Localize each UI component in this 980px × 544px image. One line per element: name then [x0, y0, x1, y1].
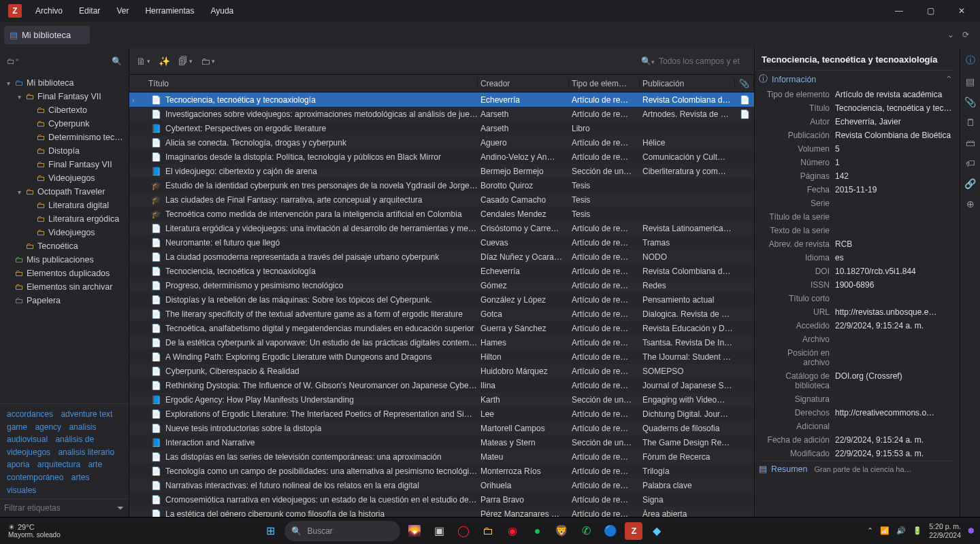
info-section-header[interactable]: ⓘ Información ⌃	[759, 70, 953, 88]
metadata-field[interactable]: Derechos http://creativecommons.o…	[759, 406, 953, 420]
metadata-field[interactable]: Páginas 142	[759, 169, 953, 183]
taskbar-app-brave[interactable]: 🦁	[551, 521, 572, 541]
tree-item[interactable]: 🗀 Cibertexto	[0, 103, 129, 117]
tray-volume-icon[interactable]: 🔊	[896, 526, 906, 535]
metadata-field[interactable]: Adicional	[759, 420, 953, 433]
table-row[interactable]: 📄 A Winding Path: Exploring Ergodic Lite…	[129, 350, 754, 364]
metadata-field[interactable]: Fecha 2015-11-19	[759, 183, 953, 197]
field-value[interactable]	[835, 294, 953, 303]
related-tab-icon[interactable]: 🔗	[964, 178, 976, 189]
menu-archivo[interactable]: Archivo	[27, 2, 71, 20]
taskbar-app-spotify[interactable]: ●	[527, 521, 547, 541]
table-row[interactable]: 📄 Tecnología como un campo de posibilida…	[129, 464, 754, 478]
start-button[interactable]: ⊞	[260, 521, 280, 541]
field-value[interactable]: http://revistas.unbosque.e…	[835, 307, 953, 317]
tree-item[interactable]: 🗀 Mis publicaciones	[0, 253, 129, 267]
metadata-field[interactable]: Idioma es	[759, 251, 953, 265]
field-value[interactable]: http://creativecommons.o…	[835, 408, 953, 418]
metadata-field[interactable]: Texto de la serie	[759, 224, 953, 237]
field-value[interactable]: 1	[835, 158, 953, 167]
metadata-field[interactable]: Número 1	[759, 156, 953, 169]
taskbar-app-1[interactable]: 🌄	[404, 521, 425, 541]
notes-tab-icon[interactable]: ▤	[966, 76, 975, 87]
field-value[interactable]: 5	[835, 144, 953, 154]
metadata-field[interactable]: Título Tecnociencia, tecnoética y tecnoa…	[759, 101, 953, 115]
metadata-field[interactable]: URL http://revistas.unbosque.e…	[759, 305, 953, 319]
new-collection-icon[interactable]: 🗀⁺	[7, 56, 19, 66]
metadata-field[interactable]: DOI 10.18270/rcb.v5i1.844	[759, 265, 953, 278]
attachments-tab-icon[interactable]: 📎	[964, 97, 976, 107]
tray-wifi-icon[interactable]: 📶	[880, 526, 889, 535]
sync-icon[interactable]: ⟳	[962, 30, 969, 39]
tree-item[interactable]: 🗀 Literatura digital	[0, 199, 129, 212]
table-row[interactable]: 📄 Neuromante: el futuro que llegó Cuevas…	[129, 235, 754, 250]
table-row[interactable]: 📄 The literary specificity of the textua…	[129, 307, 754, 321]
table-row[interactable]: 📄 Tecnoética, analfabetismo digital y me…	[129, 321, 754, 335]
field-value[interactable]	[835, 212, 953, 222]
collections-dropdown-icon[interactable]: ⌄	[947, 30, 954, 39]
tree-item[interactable]: 🗀 Papelera	[0, 294, 129, 307]
field-value[interactable]: 2015-11-19	[835, 185, 953, 194]
metadata-field[interactable]: Título de la serie	[759, 210, 953, 224]
column-title[interactable]: Título	[146, 79, 478, 88]
tree-item[interactable]: 🗀 Tecnoética	[0, 239, 129, 253]
table-row[interactable]: 📄 Progreso, determinismo y pesimismo tec…	[129, 278, 754, 292]
metadata-field[interactable]: Autor Echeverría, Javier	[759, 115, 953, 129]
field-value[interactable]: 22/9/2024, 9:15:24 a. m.	[835, 435, 953, 445]
metadata-field[interactable]: Título corto	[759, 292, 953, 305]
tag[interactable]: aporia	[7, 460, 29, 469]
tag[interactable]: analisis literario	[58, 447, 114, 457]
taskbar-app-other[interactable]: ◆	[647, 521, 667, 541]
table-row[interactable]: 📄 Alicia se conecta. Tecnología, drogas …	[129, 135, 754, 150]
table-row[interactable]: 📄 Las distopías en las series de televis…	[129, 449, 754, 464]
table-row[interactable]: 📄 Literatura ergódica y videojuegos: una…	[129, 221, 754, 235]
field-value[interactable]	[835, 226, 953, 235]
column-creator[interactable]: Creador	[478, 79, 569, 88]
column-publication[interactable]: Publicación	[640, 79, 735, 88]
collection-search-icon[interactable]: 🔍	[112, 56, 122, 66]
metadata-field[interactable]: Abrev. de revista RCB	[759, 237, 953, 251]
table-row[interactable]: 📄 Cyberpunk, Ciberespacio & Realidad Hui…	[129, 364, 754, 378]
taskbar-clock[interactable]: 5:20 p. m. 22/9/2024	[929, 522, 961, 539]
field-value[interactable]	[835, 394, 953, 404]
table-row[interactable]: 📄 La estética del género ciberpunk como …	[129, 507, 754, 517]
add-by-identifier-icon[interactable]: ✨	[159, 56, 170, 67]
libraries-tab-icon[interactable]: 🗃	[966, 137, 975, 148]
tag[interactable]: arquitectura	[37, 460, 80, 469]
taskbar-app-whatsapp[interactable]: ✆	[576, 521, 596, 541]
table-row[interactable]: 📄 De la estética cyberpunk al vaporwave:…	[129, 335, 754, 350]
field-value[interactable]: Echeverría, Javier	[835, 117, 953, 126]
field-value[interactable]	[835, 348, 953, 367]
column-attachment[interactable]: 📎	[735, 79, 754, 88]
table-row[interactable]: 📄 Narrativas interactivas: el futuro nol…	[129, 478, 754, 492]
field-value[interactable]	[835, 335, 953, 344]
maximize-button[interactable]: ▢	[915, 0, 946, 22]
tree-item[interactable]: 🗀 Distopía	[0, 144, 129, 158]
taskbar-app-opera[interactable]: ◯	[453, 521, 474, 541]
metadata-field[interactable]: Tipo de elemento Artículo de revista aca…	[759, 88, 953, 101]
metadata-field[interactable]: Publicación Revista Colombiana de Bioéti…	[759, 129, 953, 142]
taskbar-app-chrome[interactable]: 🔵	[600, 521, 621, 541]
new-item-icon[interactable]: 🗎▾	[136, 56, 150, 67]
locate-tab-icon[interactable]: ⊕	[966, 199, 975, 209]
tree-item[interactable]: 🗀 Cyberpunk	[0, 117, 129, 131]
tree-item[interactable]: 🗀 Videojuegos	[0, 226, 129, 239]
tree-item[interactable]: 🗀 Final Fantasy VII	[0, 158, 129, 171]
field-value[interactable]: Revista Colombiana de Bioética	[835, 131, 953, 140]
tree-item[interactable]: ▾ 🗀 Final Fantasy VII	[0, 90, 129, 103]
table-row[interactable]: 📄 La ciudad posmoderna representada a tr…	[129, 250, 754, 264]
table-row[interactable]: 📄 Tecnociencia, tecnoética y tecnoaxiolo…	[129, 264, 754, 278]
table-row[interactable]: 📄 Nueve tesis introductorias sobre la di…	[129, 421, 754, 435]
taskbar-app-operagx[interactable]: ◉	[502, 521, 523, 541]
tree-item[interactable]: 🗀 Literatura ergódica	[0, 212, 129, 226]
table-row[interactable]: 📄 Rethinking Dystopia: The Influence of …	[129, 378, 754, 392]
abstract-section-header[interactable]: ▤ Resumen Gran parte de la ciencia ha…	[759, 460, 953, 477]
tree-item[interactable]: 🗀 Determinismo tec…	[0, 131, 129, 144]
table-row[interactable]: 📄 Explorations of Ergodic Literature: Th…	[129, 407, 754, 421]
taskbar-app-explorer[interactable]: 🗀	[478, 521, 498, 541]
weather-widget[interactable]: ☀29°C Mayorm. soleado	[5, 523, 61, 539]
taskbar-app-zotero[interactable]: Z	[625, 522, 642, 540]
column-headers[interactable]: Título Creador Tipo de elem… Publicación…	[129, 75, 754, 92]
tab-library[interactable]: ▤ Mi biblioteca	[4, 26, 90, 44]
field-value[interactable]: 22/9/2024, 9:15:53 a. m.	[835, 449, 953, 458]
